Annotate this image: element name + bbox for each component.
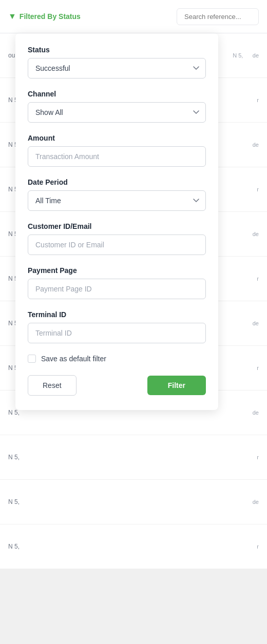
bg-row-10-ref: r	[43, 454, 259, 460]
bg-row-12: N 5, r	[0, 524, 267, 569]
payment-page-input[interactable]	[28, 279, 206, 299]
filter-panel: Status Successful Pending Failed All Cha…	[15, 33, 218, 410]
customer-input[interactable]	[28, 235, 206, 255]
action-buttons: Reset Filter	[28, 375, 206, 396]
amount-input[interactable]	[28, 146, 206, 167]
amount-label: Amount	[28, 134, 206, 142]
bg-row-10: N 5, r	[0, 435, 267, 480]
filter-icon: ▼	[8, 12, 16, 21]
status-select[interactable]: Successful Pending Failed All	[28, 58, 206, 79]
bg-row-9-amount: N 5,	[8, 409, 39, 416]
bg-row-11: N 5, de	[0, 480, 267, 524]
date-period-label: Date Period	[28, 178, 206, 186]
terminal-id-label: Terminal ID	[28, 310, 206, 319]
customer-group: Customer ID/Email	[28, 222, 206, 255]
bg-row-9-ref: de	[43, 409, 259, 416]
bg-row-11-ref: de	[43, 499, 259, 505]
channel-label: Channel	[28, 90, 206, 98]
terminal-id-group: Terminal ID	[28, 310, 206, 343]
save-default-checkbox[interactable]	[28, 355, 36, 363]
payment-page-group: Payment Page	[28, 266, 206, 299]
reset-button[interactable]: Reset	[28, 375, 77, 396]
bg-row-10-amount: N 5,	[8, 454, 39, 461]
terminal-id-input[interactable]	[28, 323, 206, 343]
bg-row-12-ref: r	[43, 543, 259, 550]
status-group: Status Successful Pending Failed All	[28, 46, 206, 79]
payment-page-label: Payment Page	[28, 266, 206, 275]
date-period-group: Date Period All Time Today Last 7 Days L…	[28, 178, 206, 211]
filter-status-label: ▼ Filtered By Status	[8, 12, 81, 21]
page-header: ▼ Filtered By Status	[0, 0, 267, 33]
save-default-row: Save as default filter	[28, 355, 206, 363]
channel-group: Channel Show All Card Bank Transfer USSD	[28, 90, 206, 123]
filter-button[interactable]: Filter	[147, 376, 206, 395]
save-default-label: Save as default filter	[41, 355, 106, 363]
customer-label: Customer ID/Email	[28, 222, 206, 230]
amount-group: Amount	[28, 134, 206, 167]
search-input[interactable]	[177, 8, 259, 25]
bg-row-11-amount: N 5,	[8, 498, 39, 505]
date-period-select[interactable]: All Time Today Last 7 Days Last 30 Days …	[28, 190, 206, 211]
status-label: Status	[28, 46, 206, 54]
channel-select[interactable]: Show All Card Bank Transfer USSD	[28, 102, 206, 123]
bg-row-12-amount: N 5,	[8, 543, 39, 550]
